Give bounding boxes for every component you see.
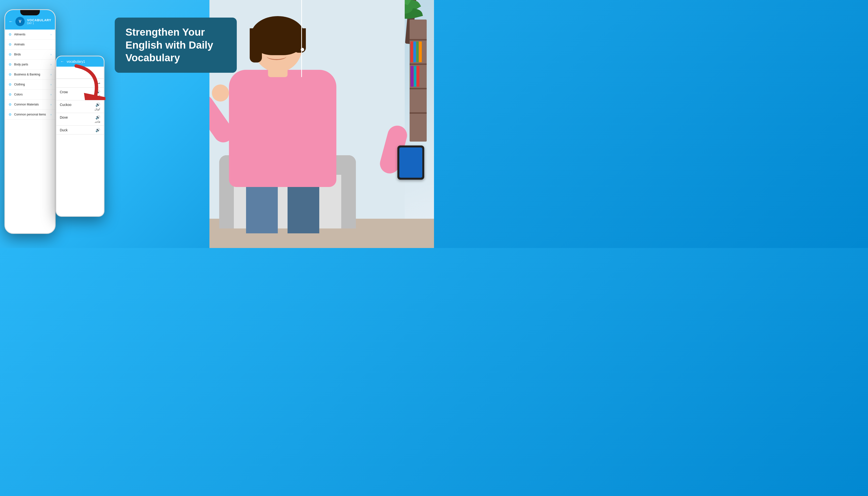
list-item-body-parts[interactable]: ⚙ Body parts › <box>5 60 55 69</box>
headline-box: Strengthen Your English with Daily Vocab… <box>115 18 237 73</box>
crow-english-label: Crow <box>60 90 68 94</box>
gear-icon-clothing: ⚙ <box>9 82 12 87</box>
cuckoo-english-label: Cuckoo <box>60 103 71 107</box>
gear-icon-animals: ⚙ <box>9 43 12 46</box>
gear-icon-ailments: ⚙ <box>9 32 12 36</box>
phone2-item-duck[interactable]: Duck 🔊 <box>57 126 104 135</box>
gear-icon-common-materials: ⚙ <box>9 103 12 106</box>
person-body <box>229 70 336 187</box>
list-item-clothing[interactable]: ⚙ Clothing › <box>5 80 55 90</box>
phones-section: ← V VOCABULARY DAY 1 ⚙ Ailments › ⚙ Anim… <box>4 9 117 239</box>
gear-icon-colors: ⚙ <box>9 93 12 96</box>
gear-icon-personal: ⚙ <box>9 112 12 117</box>
phone-notch <box>20 10 40 15</box>
photo-background <box>210 0 434 248</box>
arrow-icon-common-materials: › <box>50 103 51 106</box>
headline-text: Strengthen Your English with Daily Vocab… <box>125 26 226 64</box>
list-label-clothing: Clothing <box>14 83 48 86</box>
phone2-item-cuckoo[interactable]: Cuckoo 🔊 کوئل <box>57 100 104 113</box>
cuckoo-urdu: کوئل <box>60 107 100 111</box>
vocab-title: VOCABULARY <box>27 18 51 22</box>
list-item-ailments[interactable]: ⚙ Ailments › <box>5 30 55 40</box>
duck-english-label: Duck <box>60 128 67 132</box>
dove-english-label: Dove <box>60 115 68 119</box>
arrow-icon-body: › <box>50 63 51 66</box>
list-item-animals[interactable]: ⚙ Animals <box>5 40 55 49</box>
red-arrow <box>71 61 106 100</box>
person-head <box>253 21 302 72</box>
list-item-colors[interactable]: ⚙ Colors › <box>5 90 55 99</box>
list-label-animals: Animals <box>14 43 51 46</box>
arrow-icon-colors: › <box>50 93 51 96</box>
arrow-icon-ailments: › <box>50 33 51 36</box>
gear-icon-body: ⚙ <box>9 62 12 66</box>
cuckoo-speaker-icon[interactable]: 🔊 <box>95 102 100 107</box>
list-item-common-personal[interactable]: ⚙ Common personal items › <box>5 110 55 120</box>
vocab-subtitle: DAY 1 <box>27 22 51 25</box>
duck-speaker-icon[interactable]: 🔊 <box>95 128 100 132</box>
person-hand-left <box>212 84 229 102</box>
list-label-colors: Colors <box>14 93 48 96</box>
arrow-icon-clothing: › <box>50 83 51 86</box>
arrow-icon-birds: › <box>50 53 51 56</box>
arrow-icon-business: › <box>50 73 51 76</box>
list-label-business: Business & Banking <box>14 73 48 76</box>
earphone-cord <box>301 0 302 77</box>
tablet <box>398 145 424 180</box>
phone1-back-icon[interactable]: ← <box>9 19 13 24</box>
dove-urdu: فاختہ <box>60 120 100 124</box>
list-label-birds: Birds <box>14 53 48 56</box>
gear-icon-birds: ⚙ <box>9 52 12 57</box>
bookshelf <box>409 19 427 142</box>
phone1-list: ⚙ Ailments › ⚙ Animals ⚙ Birds › ⚙ Body … <box>5 30 55 120</box>
phone2-back-icon[interactable]: ← <box>60 59 64 64</box>
vocab-title-block: VOCABULARY DAY 1 <box>27 18 51 25</box>
list-item-common-materials[interactable]: ⚙ Common Materials › <box>5 99 55 110</box>
vocab-avatar: V <box>15 17 25 26</box>
list-label-common-materials: Common Materials <box>14 103 48 106</box>
list-item-business[interactable]: ⚙ Business & Banking › <box>5 69 55 80</box>
arrow-icon-personal: › <box>50 113 51 116</box>
dove-speaker-icon[interactable]: 🔊 <box>95 115 100 120</box>
list-label-ailments: Ailments <box>14 33 48 36</box>
gear-icon-business: ⚙ <box>9 73 12 76</box>
list-item-birds[interactable]: ⚙ Birds › <box>5 49 55 60</box>
list-label-body-parts: Body parts <box>14 63 48 66</box>
phone2-item-dove[interactable]: Dove 🔊 فاختہ <box>57 113 104 126</box>
list-label-personal: Common personal items <box>14 113 48 116</box>
phone-mockup-1: ← V VOCABULARY DAY 1 ⚙ Ailments › ⚙ Anim… <box>4 9 56 234</box>
